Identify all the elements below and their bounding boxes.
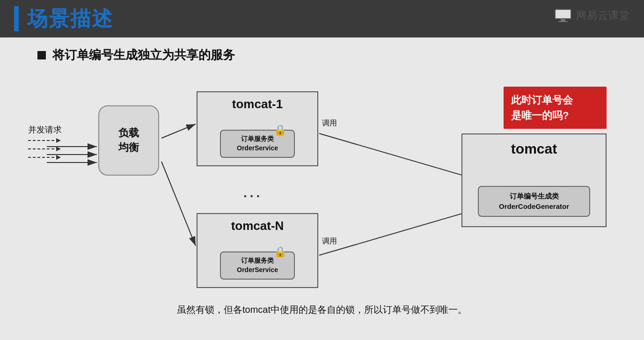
svg-line-9 [319, 133, 480, 180]
service-2-text-line1: 订单服务类 [241, 256, 274, 266]
right-service-text-line2: OrderCodeGenerator [499, 201, 569, 212]
arrow-dash-2 [28, 148, 56, 149]
svg-rect-1 [561, 19, 565, 21]
bullet-text: 将订单编号生成独立为共享的服务 [52, 47, 235, 63]
content-area: 将订单编号生成独立为共享的服务 [0, 37, 644, 340]
service-1-box: 🔒 订单服务类 OrderService [220, 130, 295, 158]
arrow-line-2 [28, 147, 61, 151]
invoke-label-2: 调用 [322, 237, 337, 246]
service-2-box: 🔒 订单服务类 OrderService [220, 251, 295, 280]
callout-box: 此时订单号会 是唯一的吗? [504, 87, 607, 129]
service-2-text-line2: OrderService [237, 266, 278, 275]
svg-line-10 [319, 208, 480, 255]
concurrent-section: 并发请求 [28, 124, 62, 160]
arrow-head-3 [56, 155, 61, 160]
right-service-text-line1: 订单编号生成类 [510, 191, 559, 202]
arrow-dash-1 [28, 140, 56, 141]
invoke-label-1: 调用 [322, 118, 337, 128]
right-tomcat-title: tomcat [462, 134, 606, 161]
load-balancer-box: 负载 均衡 [98, 105, 159, 176]
tomcat-1-box: tomcat-1 🔒 订单服务类 OrderService [197, 91, 318, 166]
svg-line-8 [161, 162, 196, 246]
header-title-block: 场景描述 [14, 5, 113, 33]
callout-text: 此时订单号会 是唯一的吗? [511, 94, 573, 121]
lock-icon-1: 🔒 [274, 124, 286, 136]
header-bar: 场景描述 [0, 0, 644, 37]
bullet-line: 将订单编号生成独立为共享的服务 [37, 47, 625, 63]
lock-icon-2: 🔒 [274, 246, 286, 258]
logo-text: 网易云课堂 [576, 8, 630, 22]
dots-separator: ··· [243, 189, 263, 204]
arrow-head-2 [56, 147, 61, 151]
tomcat-n-title: tomcat-N [198, 214, 317, 236]
arrow-line-1 [28, 138, 61, 143]
logo-area: 网易云课堂 [555, 8, 630, 22]
concurrent-label: 并发请求 [28, 124, 62, 135]
bottom-note: 虽然有锁，但各tomcat中使用的是各自的锁，所以订单号做不到唯一。 [177, 303, 467, 316]
bullet-square [37, 51, 46, 59]
diagram: 并发请求 负载 [19, 77, 625, 321]
tomcat-1-title: tomcat-1 [198, 92, 317, 114]
right-service-box: 订单编号生成类 OrderCodeGenerator [478, 186, 590, 217]
arrow-line-3 [28, 155, 61, 160]
svg-rect-2 [558, 21, 568, 22]
service-1-text-line2: OrderService [237, 144, 278, 153]
arrow-dash-3 [28, 157, 56, 158]
tomcat-n-box: tomcat-N 🔒 订单服务类 OrderService [197, 213, 318, 288]
slide: 场景描述 网易云课堂 将订单编号生成独立为共享的服务 [0, 0, 644, 340]
slide-title: 场景描述 [27, 5, 113, 33]
arrow-lines [28, 138, 61, 160]
svg-rect-0 [555, 9, 571, 19]
arrow-head-1 [56, 138, 61, 143]
right-tomcat-box: tomcat 订单编号生成类 OrderCodeGenerator [461, 133, 607, 227]
lb-text: 负载 均衡 [118, 126, 139, 155]
monitor-icon [555, 9, 571, 22]
service-1-text-line1: 订单服务类 [241, 134, 274, 144]
header-accent [14, 6, 19, 31]
svg-line-7 [161, 124, 196, 138]
